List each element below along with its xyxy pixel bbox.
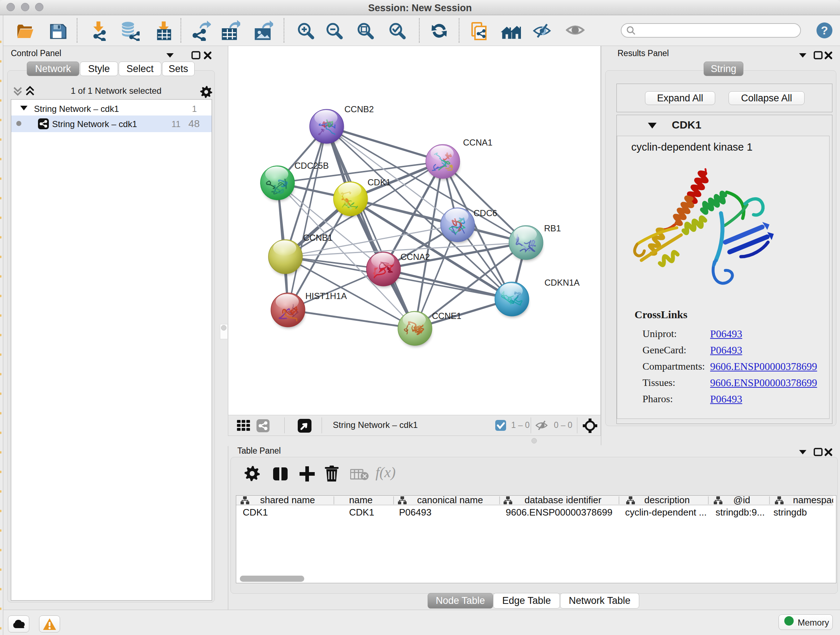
svg-text:shared name: shared name bbox=[260, 496, 315, 505]
svg-text:CCNA2: CCNA2 bbox=[401, 252, 430, 262]
svg-text:cyclin-dependent ...: cyclin-dependent ... bbox=[625, 507, 706, 518]
svg-text:String Network – cdk1: String Network – cdk1 bbox=[52, 119, 137, 129]
svg-text:9606.ENSP00000378699: 9606.ENSP00000378699 bbox=[506, 507, 613, 518]
svg-text:CDK1: CDK1 bbox=[368, 177, 391, 187]
svg-text:CDC6: CDC6 bbox=[474, 208, 497, 218]
svg-text:RB1: RB1 bbox=[544, 223, 561, 233]
svg-text:11: 11 bbox=[172, 119, 180, 129]
svg-text:@id: @id bbox=[733, 496, 750, 505]
svg-text:description: description bbox=[644, 496, 690, 505]
svg-text:HIST1H1A: HIST1H1A bbox=[305, 291, 347, 301]
svg-text:namespace: namespace bbox=[793, 496, 833, 505]
svg-text:CCNE1: CCNE1 bbox=[432, 311, 461, 321]
svg-text:CDKN1A: CDKN1A bbox=[545, 278, 579, 287]
svg-text:CDK1: CDK1 bbox=[349, 507, 374, 518]
svg-text:stringdb:9...: stringdb:9... bbox=[715, 507, 765, 518]
svg-text:CCNA1: CCNA1 bbox=[463, 138, 493, 147]
svg-text:1: 1 bbox=[192, 104, 197, 114]
svg-text:name: name bbox=[349, 496, 373, 505]
svg-text:CCNB2: CCNB2 bbox=[344, 104, 374, 114]
svg-text:canonical name: canonical name bbox=[417, 496, 483, 505]
svg-text:48: 48 bbox=[188, 118, 200, 129]
svg-text:String Network – cdk1: String Network – cdk1 bbox=[34, 104, 119, 114]
svg-text:CDK1: CDK1 bbox=[243, 507, 268, 518]
svg-text:CCNB1: CCNB1 bbox=[303, 233, 332, 242]
svg-text:CDC25B: CDC25B bbox=[294, 161, 329, 171]
svg-text:P06493: P06493 bbox=[399, 507, 431, 518]
svg-text:stringdb: stringdb bbox=[774, 507, 807, 518]
svg-text:database identifier: database identifier bbox=[524, 496, 602, 505]
svg-text:?: ? bbox=[821, 24, 828, 37]
